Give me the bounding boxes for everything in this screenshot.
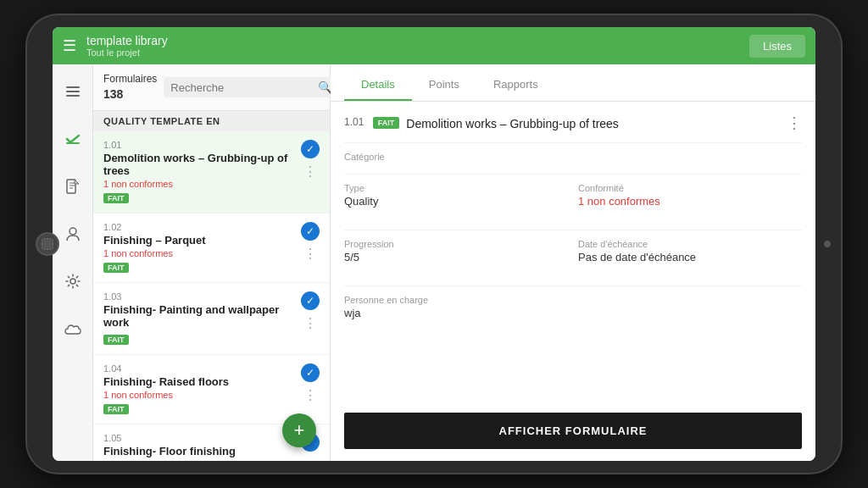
svg-marker-8 [75,180,79,184]
divider-1 [344,142,802,143]
echeance-value: Pas de date d'échéance [578,251,802,263]
dots-menu-2[interactable]: ⋮ [302,244,319,263]
progression-value: 5/5 [344,251,568,263]
form-item-3[interactable]: 1.03 Finishing- Painting and wallpaper w… [93,283,330,355]
form-header: Formulaires 138 🔍 [93,64,330,111]
progression-label: Progression [344,239,568,249]
detail-grid-type-conf: Type Quality Conformité 1 non conformes [344,183,802,219]
detail-tabs: Details Points Rapports [331,64,815,102]
screen: ☰ template library Tout le projet Listes [53,27,815,461]
tab-points[interactable]: Points [412,69,476,101]
form-item-nonconf-5: 2 non conformes [103,459,301,461]
badge-fait-2: FAIT [103,263,129,273]
tab-rapports[interactable]: Rapports [476,69,555,101]
main-content: Formulaires 138 🔍 [53,64,815,461]
form-item-right-1: ✓ ⋮ [301,140,320,181]
detail-type: Type Quality [344,183,568,208]
detail-num-badge-wrap: 1.01 FAIT [344,114,399,129]
form-item-title-2: Finishing – Parquet [103,234,301,247]
sidebar-icon-settings[interactable] [59,268,86,295]
sidebar-icon-checklist[interactable] [59,125,86,152]
device: ☰ template library Tout le projet Listes [27,15,841,473]
form-item-num-5: 1.05 [103,433,301,443]
divider-2 [344,174,802,175]
form-list: 1.01 Demolition works – Grubbing-up of t… [93,131,330,461]
check-circle-3: ✓ [301,291,320,310]
home-button[interactable] [36,232,59,256]
form-item-right-3: ✓ ⋮ [301,291,320,333]
detail-badge: FAIT [373,117,400,129]
top-bar: ☰ template library Tout le projet Listes [53,27,815,64]
sidebar-icons [53,64,93,461]
afficher-formulaire-button[interactable]: AFFICHER FORMULAIRE [344,413,802,449]
form-item-content-1: 1.01 Demolition works – Grubbing-up of t… [103,140,301,204]
conformite-label: Conformité [578,183,802,193]
form-item-content-4: 1.04 Finishing- Raised floors 1 non conf… [103,363,301,415]
svg-rect-2 [66,95,80,97]
detail-panel: Details Points Rapports 1.01 FAIT Demoli… [331,64,815,461]
form-item-content-2: 1.02 Finishing – Parquet 1 non conformes… [103,222,301,274]
check-circle-2: ✓ [301,222,320,241]
badge-fait-1: FAIT [103,193,129,203]
form-item-2[interactable]: 1.02 Finishing – Parquet 1 non conformes… [93,214,330,283]
form-item-title-4: Finishing- Raised floors [103,375,301,388]
detail-title-row: 1.01 FAIT Demolition works – Grubbing-up… [344,114,802,132]
sidebar-icon-list[interactable] [59,78,86,105]
divider-3 [344,230,802,230]
svg-rect-1 [66,91,80,92]
form-item-num-2: 1.02 [103,222,301,232]
form-item-num-4: 1.04 [103,363,301,374]
form-item-title-3: Finishing- Painting and wallpaper work [103,303,301,329]
check-circle-1: ✓ [301,140,320,158]
detail-dots-menu[interactable]: ⋮ [787,114,802,132]
form-label: Formulaires [103,73,157,85]
form-item-nonconf-4: 1 non conformes [103,390,301,400]
sidebar-icon-contact[interactable] [59,220,86,247]
fab-add-button[interactable]: + [282,413,316,447]
detail-num: 1.01 [344,116,364,128]
detail-progression: Progression 5/5 [344,239,568,263]
form-number: 138 [103,87,123,101]
form-panel: Formulaires 138 🔍 [93,64,331,461]
form-item-content-5: 1.05 Finishing- Floor finishing 2 non co… [103,433,301,461]
check-circle-4: ✓ [301,363,320,382]
svg-point-9 [70,228,76,235]
type-value: Quality [344,195,568,208]
detail-title-left: 1.01 FAIT Demolition works – Grubbing-up… [344,114,619,130]
dots-menu-4[interactable]: ⋮ [302,385,319,405]
form-item-num-3: 1.03 [103,291,301,302]
sidebar-icon-cloud[interactable] [59,315,86,342]
detail-responsable: Personne en charge wja [344,295,802,319]
sidebar-icon-document[interactable] [59,173,86,200]
detail-grid-prog-date: Progression 5/5 Date d'échéance Pas de d… [344,239,802,275]
search-input[interactable] [170,81,313,94]
categorie-label: Catégorie [344,152,802,162]
svg-point-10 [70,279,75,284]
form-item-num-1: 1.01 [103,140,301,150]
divider-4 [344,286,802,286]
conformite-value: 1 non conformes [578,195,802,208]
form-count: Formulaires 138 [103,73,157,102]
tab-details[interactable]: Details [344,69,412,101]
echeance-label: Date d'échéance [578,239,802,249]
detail-title-text: Demolition works – Grubbing-up of trees [406,117,619,130]
section-header: QUALITY TEMPLATE EN [93,111,330,131]
form-item-content-3: 1.03 Finishing- Painting and wallpaper w… [103,291,301,346]
badge-fait-3: FAIT [103,335,129,345]
form-item-nonconf-1: 1 non conformes [103,179,301,189]
badge-fait-4: FAIT [103,404,129,414]
form-item-nonconf-2: 1 non conformes [103,248,301,258]
camera [824,241,831,247]
search-wrap: 🔍 [164,77,339,97]
top-bar-title: template library Tout le projet [86,34,749,58]
listes-button[interactable]: Listes [749,35,805,58]
dots-menu-1[interactable]: ⋮ [302,162,319,181]
form-item-1[interactable]: 1.01 Demolition works – Grubbing-up of t… [93,131,330,214]
responsable-value: wja [344,307,802,319]
menu-icon[interactable]: ☰ [63,36,76,55]
form-item-right-4: ✓ ⋮ [301,363,320,405]
form-item-title-1: Demolition works – Grubbing-up of trees [103,152,301,177]
dots-menu-3[interactable]: ⋮ [302,313,319,333]
form-item-title-5: Finishing- Floor finishing [103,445,301,458]
type-label: Type [344,183,568,193]
